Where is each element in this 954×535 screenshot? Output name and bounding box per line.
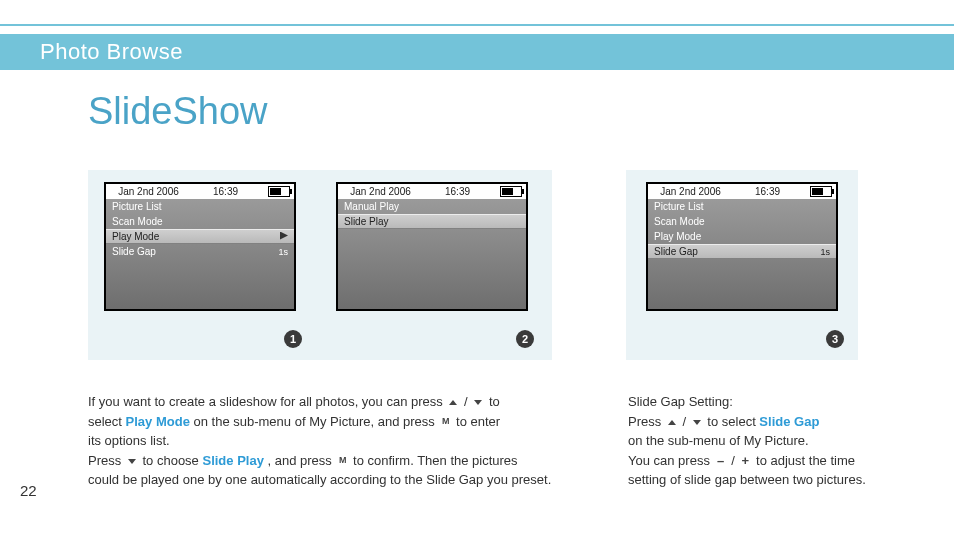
- plus-icon: +: [738, 456, 752, 466]
- minus-icon: –: [714, 456, 728, 466]
- chevron-up-icon: [446, 398, 460, 408]
- device-screen: Manual Play Slide Play: [338, 199, 526, 309]
- menu-item: Scan Mode: [648, 214, 836, 229]
- status-date: Jan 2nd 2006: [342, 186, 419, 197]
- menu-item: Slide Gap1s: [106, 244, 294, 259]
- menu-item-label: Play Mode: [654, 231, 701, 242]
- step-badge-3: 3: [826, 330, 844, 348]
- highlight-slide-play: Slide Play: [202, 453, 263, 468]
- status-bar: Jan 2nd 2006 16:39: [106, 184, 294, 199]
- highlight-play-mode: Play Mode: [126, 414, 190, 429]
- text: on the sub-menu of My Picture.: [628, 431, 928, 451]
- chevron-right-icon: [280, 232, 288, 240]
- page-title: SlideShow: [88, 90, 268, 133]
- text: to adjust the time: [756, 453, 855, 468]
- step-badge-2: 2: [516, 330, 534, 348]
- badge-number: 1: [290, 333, 296, 345]
- text: /: [464, 394, 471, 409]
- battery-icon: [500, 186, 522, 197]
- menu-item-label: Slide Play: [344, 216, 388, 227]
- section-title: Photo Browse: [40, 39, 183, 64]
- menu-item: Picture List: [648, 199, 836, 214]
- menu-item-label: Manual Play: [344, 201, 399, 212]
- device-frame: Jan 2nd 2006 16:39 Picture List Scan Mod…: [646, 182, 838, 311]
- text: its options list.: [88, 431, 578, 451]
- device-frame: Jan 2nd 2006 16:39 Picture List Scan Mod…: [104, 182, 296, 311]
- menu-item-label: Picture List: [112, 201, 161, 212]
- text: You can press: [628, 453, 714, 468]
- badge-number: 2: [522, 333, 528, 345]
- chevron-down-icon: [690, 417, 704, 427]
- text: to: [489, 394, 500, 409]
- menu-item: Play Mode: [648, 229, 836, 244]
- body-text-right: Slide Gap Setting: Press / to select Sli…: [628, 392, 928, 490]
- status-time: 16:39: [187, 186, 264, 197]
- status-time: 16:39: [729, 186, 806, 197]
- top-rule: [0, 24, 954, 26]
- section-banner: Photo Browse: [0, 34, 954, 70]
- device-screenshot-2: Jan 2nd 2006 16:39 Manual Play Slide Pla…: [336, 182, 528, 311]
- menu-item: Picture List: [106, 199, 294, 214]
- text: to select: [707, 414, 759, 429]
- battery-icon: [810, 186, 832, 197]
- text: Slide Gap Setting:: [628, 392, 928, 412]
- chevron-down-icon: [471, 398, 485, 408]
- m-button-icon: M: [438, 417, 452, 427]
- menu-item-value: 1s: [278, 247, 288, 257]
- menu-list: Picture List Scan Mode Play Mode Slide G…: [106, 199, 294, 259]
- menu-item-value: [280, 232, 288, 242]
- menu-item-label: Play Mode: [112, 231, 159, 242]
- menu-list: Manual Play Slide Play: [338, 199, 526, 229]
- menu-list: Picture List Scan Mode Play Mode Slide G…: [648, 199, 836, 259]
- text: could be played one by one automatically…: [88, 470, 578, 490]
- highlight-slide-gap: Slide Gap: [759, 414, 819, 429]
- m-button-icon: M: [335, 456, 349, 466]
- menu-item-label: Scan Mode: [654, 216, 705, 227]
- menu-item: Manual Play: [338, 199, 526, 214]
- battery-icon: [268, 186, 290, 197]
- body-text-left: If you want to create a slideshow for al…: [88, 392, 578, 490]
- device-screen: Picture List Scan Mode Play Mode Slide G…: [106, 199, 294, 309]
- menu-item-selected: Slide Play: [338, 214, 526, 229]
- menu-item-label: Picture List: [654, 201, 703, 212]
- status-bar: Jan 2nd 2006 16:39: [338, 184, 526, 199]
- text: /: [682, 414, 689, 429]
- status-date: Jan 2nd 2006: [110, 186, 187, 197]
- text: Press: [88, 453, 125, 468]
- badge-number: 3: [832, 333, 838, 345]
- menu-item-label: Slide Gap: [112, 246, 156, 257]
- menu-item-label: Slide Gap: [654, 246, 698, 257]
- text: /: [731, 453, 738, 468]
- text: select: [88, 414, 126, 429]
- text: Press: [628, 414, 665, 429]
- text: If you want to create a slideshow for al…: [88, 394, 446, 409]
- device-screen: Picture List Scan Mode Play Mode Slide G…: [648, 199, 836, 309]
- chevron-down-icon: [125, 456, 139, 466]
- status-date: Jan 2nd 2006: [652, 186, 729, 197]
- menu-item: Scan Mode: [106, 214, 294, 229]
- text: to choose: [142, 453, 202, 468]
- menu-item-value: 1s: [820, 247, 830, 257]
- menu-item-selected: Play Mode: [106, 229, 294, 244]
- text: to enter: [456, 414, 500, 429]
- menu-item-label: Scan Mode: [112, 216, 163, 227]
- status-bar: Jan 2nd 2006 16:39: [648, 184, 836, 199]
- step-badge-1: 1: [284, 330, 302, 348]
- device-frame: Jan 2nd 2006 16:39 Manual Play Slide Pla…: [336, 182, 528, 311]
- text: setting of slide gap between two picture…: [628, 470, 928, 490]
- page-number: 22: [20, 482, 37, 499]
- text: on the sub-menu of My Picture, and press: [194, 414, 439, 429]
- device-screenshot-3: Jan 2nd 2006 16:39 Picture List Scan Mod…: [646, 182, 838, 311]
- text: to confirm. Then the pictures: [353, 453, 518, 468]
- text: , and press: [268, 453, 336, 468]
- status-time: 16:39: [419, 186, 496, 197]
- device-screenshot-1: Jan 2nd 2006 16:39 Picture List Scan Mod…: [104, 182, 296, 311]
- chevron-up-icon: [665, 417, 679, 427]
- menu-item-selected: Slide Gap1s: [648, 244, 836, 259]
